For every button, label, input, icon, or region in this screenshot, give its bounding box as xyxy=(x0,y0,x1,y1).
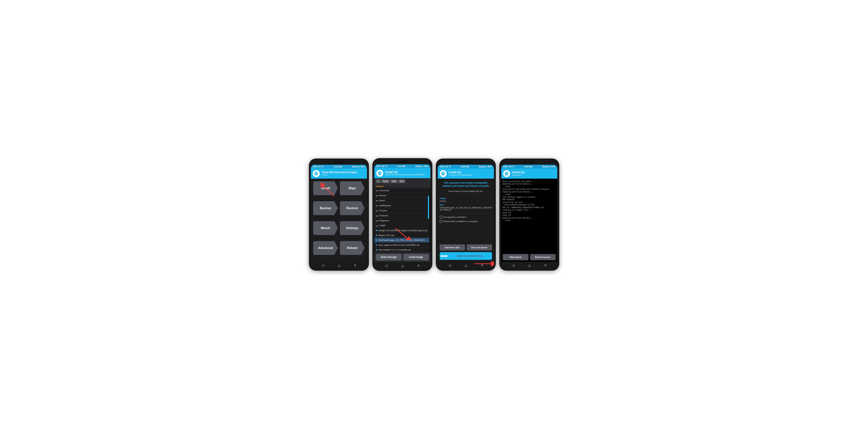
status-bar-1: CPU: 32 °C 9:31 AM Battery: 95% xyxy=(311,165,367,169)
home-nav-2[interactable]: △ xyxy=(401,264,404,268)
file-item-gapps[interactable]: ■ open_gapps-arm64-9.0-nano-20190823.zip xyxy=(374,243,430,248)
time-4: 9:39 AM xyxy=(524,165,532,168)
header-title-1: Team Win Recovery Project xyxy=(322,171,357,174)
back-nav-1[interactable]: ◁ xyxy=(321,263,324,268)
battery-4: Battery: 93% xyxy=(542,165,555,168)
warning-icon-col: ⚠ xyxy=(376,179,381,183)
file-name-oneplus: OnePlus6Oxygen_22_OTA_033_all_1908012012… xyxy=(378,239,429,241)
svg-text:TW: TW xyxy=(505,173,508,175)
folder-icon-music: ▬ xyxy=(376,199,378,202)
phone-2: CPU: 32 °C 9:34 AM Battery: 95% TW Insta… xyxy=(372,158,432,271)
file-item-oneplus[interactable]: ■ OnePlus6Oxygen_22_OTA_033_all_19080120… xyxy=(374,238,430,243)
name-col-label: Name xyxy=(383,180,388,182)
folder-icon-ringtones: ▬ xyxy=(376,219,378,222)
folder-icon-movies: ▬ xyxy=(376,194,378,197)
size-col-btn[interactable]: Size xyxy=(398,179,405,183)
zip-verification-checkbox[interactable] xyxy=(440,216,442,219)
nav-bar-3: ◁ △ ≡ xyxy=(438,262,494,269)
header-2: TW Install Zip Select File from Internal… xyxy=(374,168,430,178)
advanced-button[interactable]: Advanced xyxy=(313,241,338,255)
press-back-text: Press back to cancel adding this zip. xyxy=(440,190,492,192)
cpu-status-1: CPU: 32 °C xyxy=(313,165,324,168)
reboot-system-button[interactable]: Reboot System xyxy=(530,254,556,260)
menu-nav-1[interactable]: ≡ xyxy=(354,263,356,267)
main-menu: Install Wipe Backup Restore Mount Settin… xyxy=(311,178,367,262)
reboot-button[interactable]: Reboot xyxy=(340,241,365,255)
restore-button[interactable]: Restore xyxy=(340,201,365,215)
mount-button[interactable]: Mount xyxy=(313,221,338,235)
wipe-dalvik-button[interactable]: Wipe Dalvik xyxy=(503,254,528,260)
back-nav-4[interactable]: ◁ xyxy=(512,263,515,268)
back-nav-2[interactable]: ◁ xyxy=(385,264,388,268)
svg-text:TW: TW xyxy=(315,173,318,175)
reboot-after-checkbox[interactable] xyxy=(440,220,442,223)
file-item-ringtones[interactable]: ▬ Ringtones xyxy=(374,218,430,223)
scrollbar-track xyxy=(430,188,430,252)
file-item-podcasts[interactable]: ▬ Podcasts xyxy=(374,213,430,218)
folder-icon-podcasts: ▬ xyxy=(376,214,378,217)
cpu-status-2: CPU: 32 °C xyxy=(376,165,388,167)
menu-nav-3[interactable]: ≡ xyxy=(481,263,483,267)
file-name-music: Music xyxy=(379,199,385,202)
file-name-lineage: lineage-16.0-20190825-nightly-enchilada-… xyxy=(378,229,427,232)
menu-nav-2[interactable]: ≡ xyxy=(417,264,420,268)
header-subtitle-4: Successful xyxy=(512,174,525,176)
folder-section: Folder: /sdcard xyxy=(440,197,492,202)
back-nav-3[interactable]: ◁ xyxy=(448,263,451,268)
swipe-label: Swipe to confirm Flash xyxy=(448,255,491,257)
file-footer: Select Storage Install Image xyxy=(374,252,430,262)
file-name-magisk: Magisk-v19.3.zip xyxy=(378,234,395,236)
file-name-gapps: open_gapps-arm64-9.0-nano-20190823.zip xyxy=(378,244,420,246)
battery-1: Battery: 95% xyxy=(352,165,365,168)
nav-bar-4: ◁ △ ≡ xyxy=(501,262,557,269)
scrollbar-thumb[interactable] xyxy=(428,196,429,219)
wipe-button[interactable]: Wipe xyxy=(340,182,365,195)
file-item-music[interactable]: ▬ Music xyxy=(374,198,430,203)
home-nav-1[interactable]: △ xyxy=(338,263,340,268)
zip-icon-lineage: ■ xyxy=(376,229,377,232)
header-3: TW Install Zip 1 of max of 10 Files queu… xyxy=(438,169,494,178)
zip-verification-row[interactable]: Zip signature verification xyxy=(440,216,492,219)
phone-notch-2 xyxy=(397,161,408,163)
success-footer: Wipe Dalvik Reboot System xyxy=(503,253,556,260)
clear-zip-queue-button[interactable]: Clear Zip Queue xyxy=(467,244,492,251)
menu-nav-4[interactable]: ≡ xyxy=(545,263,547,267)
file-name-twrp-installer: twrp-installer-3.3.1-2-enchilada.zip xyxy=(378,249,411,251)
home-nav-3[interactable]: △ xyxy=(465,263,467,268)
folder-icon-notifications: ▬ xyxy=(376,204,378,207)
file-item-download[interactable]: ▬ Download xyxy=(374,188,430,193)
svg-text:TW: TW xyxy=(378,172,381,174)
backup-button[interactable]: Backup xyxy=(313,201,338,215)
header-subtitle-2: Select File from Internal Storage (22783… xyxy=(385,174,425,176)
file-item-pictures[interactable]: ▬ Pictures xyxy=(374,208,430,213)
status-bar-4: CPU: 46 °C 9:39 AM Battery: 93% xyxy=(501,165,557,169)
phone-notch-3 xyxy=(460,161,472,163)
reboot-after-row[interactable]: Reboot after installation is complete xyxy=(440,220,492,223)
install-image-button[interactable]: Install Image xyxy=(403,254,429,260)
header-title-2: Install Zip xyxy=(385,170,425,174)
phone-screen-3: CPU: 32 °C 9:35 AM Battery: 95% TW Insta… xyxy=(438,165,494,269)
file-value: OnePlus6Oxygen_22_OTA_033_all_1908012012… xyxy=(440,207,492,211)
home-nav-4[interactable]: △ xyxy=(528,263,531,268)
swipe-flash-bar[interactable]: ▶▶▶ Swipe to confirm Flash xyxy=(440,252,492,260)
time-3: 9:35 AM xyxy=(461,165,469,168)
date-col-btn[interactable]: Date xyxy=(391,179,398,183)
name-col-btn[interactable]: Name xyxy=(381,179,390,183)
file-item-magisk[interactable]: ■ Magisk-v19.3.zip xyxy=(374,233,430,238)
select-storage-button[interactable]: Select Storage xyxy=(376,254,402,260)
file-item-twrp[interactable]: ▬ TWRP xyxy=(374,223,430,228)
install-button[interactable]: Install xyxy=(313,182,338,195)
file-item-twrp-installer[interactable]: ■ twrp-installer-3.3.1-2-enchilada.zip xyxy=(374,248,430,252)
phone-notch-1 xyxy=(333,161,345,163)
settings-button[interactable]: Settings xyxy=(340,221,365,235)
date-col-label: Date xyxy=(392,180,396,182)
add-more-zips-button[interactable]: Add more Zips xyxy=(440,244,465,251)
header-text-2: Install Zip Select File from Internal St… xyxy=(385,170,425,176)
sdcard-path: /sdcard xyxy=(374,185,430,188)
nav-bar-1: ◁ △ ≡ xyxy=(311,262,367,269)
header-subtitle-3: 1 of max of 10 Files queued xyxy=(448,174,472,176)
file-item-movies[interactable]: ▬ Movies xyxy=(374,193,430,198)
folder-icon-twrp: ▬ xyxy=(376,224,378,227)
file-item-notifications[interactable]: ▬ Notifications xyxy=(374,203,430,208)
file-item-lineage[interactable]: ■ lineage-16.0-20190825-nightly-enchilad… xyxy=(374,228,430,233)
